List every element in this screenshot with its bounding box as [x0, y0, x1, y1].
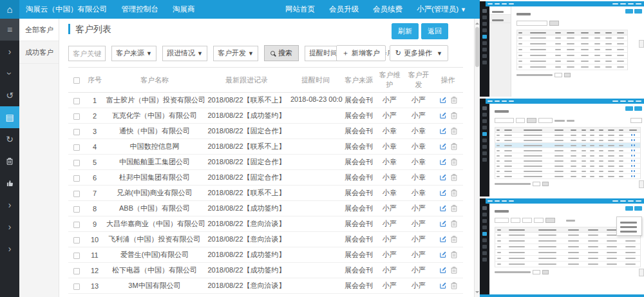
sidebar-trash-icon[interactable] — [0, 150, 19, 172]
preview-window-2[interactable] — [480, 99, 644, 196]
edit-icon[interactable] — [439, 235, 447, 244]
home-icon: ⌂ — [6, 4, 12, 15]
row-checkbox[interactable] — [73, 222, 80, 228]
row-checkbox[interactable] — [73, 129, 80, 135]
row-checkbox[interactable] — [73, 253, 80, 259]
edit-icon[interactable] — [439, 282, 447, 291]
more-actions-button[interactable]: ↻更多操作▼ — [390, 45, 448, 61]
sidebar-item-all-customers[interactable]: 全部客户 — [19, 19, 59, 41]
preview-window-1[interactable] — [480, 1, 644, 97]
edit-icon[interactable] — [439, 173, 447, 182]
select-all-checkbox[interactable] — [73, 77, 80, 84]
sidebar-chevron-right-icon[interactable]: › — [0, 194, 19, 216]
customer-maintainer: 小章 — [375, 139, 404, 155]
delete-icon[interactable] — [451, 266, 457, 275]
user-menu[interactable]: 小严(管理员)▼ — [410, 5, 473, 14]
row-checkbox[interactable] — [73, 268, 80, 274]
scroll-down-arrow[interactable] — [475, 291, 479, 295]
delete-icon[interactable] — [451, 173, 457, 182]
delete-icon[interactable] — [451, 282, 457, 291]
customer-maintainer: 小章 — [375, 124, 404, 139]
refresh-button[interactable]: 刷新 — [392, 23, 419, 39]
row-checkbox[interactable] — [73, 98, 80, 104]
row-checkbox[interactable] — [73, 191, 80, 197]
scroll-up-arrow[interactable] — [475, 21, 479, 24]
source-select[interactable]: 客户来源▼ — [111, 46, 156, 61]
row-checkbox[interactable] — [73, 237, 80, 244]
back-button[interactable]: 返回 — [421, 23, 448, 39]
topbar-right-item[interactable]: 会员升级 — [322, 5, 366, 14]
brand-company-name[interactable]: 淘展云（中国）有限公司 — [19, 5, 115, 14]
topbar-right-item[interactable]: 网站首页 — [278, 5, 322, 14]
topbar-menu-item[interactable]: 淘展商 — [166, 5, 202, 14]
row-no: 13 — [85, 278, 104, 294]
delete-icon[interactable] — [451, 204, 457, 213]
table-row: 4中国数控信息网2018/08/22【联系不上】展会会刊小章小章 — [68, 139, 463, 155]
topbar-menu-item[interactable]: 管理控制台 — [115, 5, 166, 14]
customer-developer: 小严 — [404, 247, 433, 263]
secondary-sidebar: 全部客户成功客户 — [19, 19, 59, 297]
edit-icon[interactable] — [439, 251, 447, 260]
row-checkbox[interactable] — [73, 206, 80, 213]
edit-icon[interactable] — [439, 111, 447, 120]
customer-developer: 小严 — [404, 294, 433, 297]
sidebar-redo-icon[interactable]: ↻ — [0, 128, 19, 150]
delete-icon[interactable] — [451, 127, 457, 136]
reminder-time — [289, 124, 343, 139]
row-checkbox[interactable] — [73, 144, 80, 151]
reminder-time — [289, 201, 343, 216]
customer-name: 兄弟(中国)商业有限公司 — [104, 186, 205, 201]
edit-icon[interactable] — [439, 158, 447, 167]
col-header-source: 客户来源 — [343, 68, 375, 93]
customer-name: 爱普生(中国)有限公司 — [104, 247, 205, 263]
preview-table-row — [517, 47, 627, 53]
edit-icon[interactable] — [439, 266, 447, 275]
row-checkbox[interactable] — [73, 160, 80, 166]
edit-icon[interactable] — [439, 204, 447, 213]
preview-table-row — [495, 138, 640, 143]
sidebar-thumbs-up-icon[interactable] — [0, 172, 19, 194]
edit-icon[interactable] — [439, 142, 447, 151]
sidebar-chevron-right-icon[interactable]: › — [0, 41, 19, 62]
sidebar-menu-icon[interactable]: ≡ — [0, 19, 19, 41]
preview-button — [634, 206, 642, 211]
edit-icon[interactable] — [439, 96, 447, 105]
add-customer-button[interactable]: ＋新增客户 — [336, 45, 386, 61]
delete-icon[interactable] — [451, 111, 457, 120]
delete-icon[interactable] — [451, 251, 457, 260]
customer-source: 展会会刊 — [343, 93, 375, 108]
delete-icon[interactable] — [451, 220, 457, 229]
sidebar-chevron-right-icon[interactable]: › — [0, 216, 19, 238]
row-checkbox[interactable] — [73, 113, 80, 120]
search-button[interactable]: 搜索 — [264, 45, 299, 61]
application-window: ⌂ 淘展云（中国）有限公司 管理控制台淘展商 网站首页会员升级会员续费小严(管理… — [0, 0, 644, 297]
delete-icon[interactable] — [451, 189, 457, 198]
topbar-right-item[interactable]: 会员续费 — [366, 5, 410, 14]
row-checkbox[interactable] — [73, 175, 80, 182]
sidebar-chevron-right-icon[interactable]: › — [0, 238, 19, 260]
edit-icon[interactable] — [439, 189, 447, 198]
preview-window-3[interactable] — [480, 198, 644, 294]
home-button[interactable]: ⌂ — [0, 0, 19, 19]
followup-select[interactable]: 跟进情况▼ — [162, 46, 207, 61]
row-operations — [433, 186, 463, 201]
edit-icon[interactable] — [439, 220, 447, 229]
delete-icon[interactable] — [451, 96, 457, 105]
delete-icon[interactable] — [451, 158, 457, 167]
row-checkbox[interactable] — [73, 283, 80, 290]
sidebar-item-success-customers[interactable]: 成功客户 — [19, 41, 59, 64]
scrollbar-thumb[interactable] — [475, 27, 479, 67]
keyword-input[interactable] — [68, 46, 106, 61]
sidebar-chevron-down-icon[interactable]: › — [0, 62, 19, 84]
customer-source: 展会会刊 — [343, 216, 375, 232]
developer-select[interactable]: 客户开发▼ — [213, 46, 258, 61]
delete-icon[interactable] — [451, 142, 457, 151]
customer-maintainer: 小章 — [375, 170, 404, 186]
edit-icon[interactable] — [439, 127, 447, 136]
sidebar-list-icon[interactable]: ▤ — [0, 106, 19, 128]
vertical-scrollbar[interactable] — [474, 19, 480, 297]
reminder-time: 2018-08-23 00:00 — [289, 93, 343, 108]
delete-icon[interactable] — [451, 235, 457, 244]
reminder-time — [289, 294, 343, 297]
sidebar-undo-icon[interactable]: ↺ — [0, 84, 19, 106]
